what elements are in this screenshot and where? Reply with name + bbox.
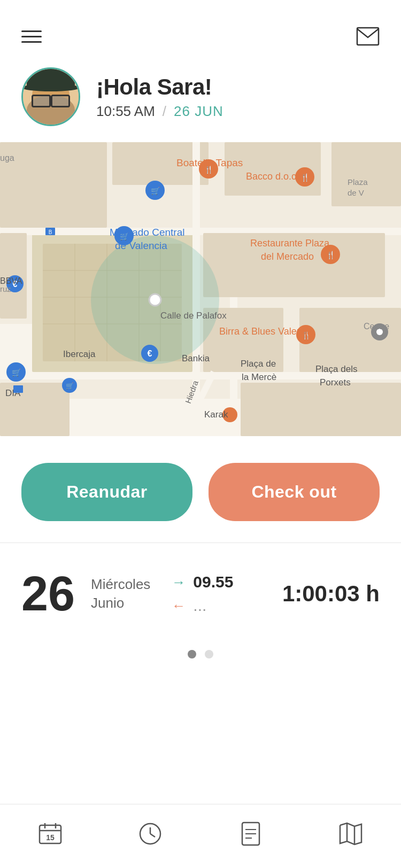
datetime: 10:55 AM / 26 JUN	[96, 103, 223, 120]
time-in-row: → 09.55	[172, 573, 233, 591]
current-time: 10:55 AM	[96, 103, 155, 120]
separator: /	[163, 103, 166, 120]
svg-text:B: B	[49, 229, 52, 235]
svg-line-85	[150, 834, 155, 837]
map-icon	[338, 821, 364, 847]
schedule-section: 26 Miércoles Junio → 09.55 ← ... 1:00:03…	[0, 543, 401, 634]
nav-calendar[interactable]: 15	[27, 816, 74, 852]
svg-point-28	[149, 294, 161, 306]
calendar-icon: 15	[37, 821, 63, 847]
svg-text:€: €	[148, 349, 152, 358]
svg-rect-5	[331, 142, 401, 206]
svg-rect-23	[299, 308, 401, 372]
svg-text:de Valencia: de Valencia	[115, 240, 167, 251]
svg-rect-2	[0, 142, 107, 228]
svg-text:del Mercado: del Mercado	[261, 251, 314, 262]
svg-text:🛒: 🛒	[66, 382, 74, 390]
greeting-text: ¡Hola Sara!	[96, 74, 223, 100]
svg-text:Mercado Central: Mercado Central	[110, 227, 184, 238]
month-name: Junio	[91, 595, 150, 611]
dot-1[interactable]	[188, 650, 196, 658]
time-in: 09.55	[193, 573, 233, 591]
svg-text:Bankia: Bankia	[182, 353, 210, 363]
svg-text:de V: de V	[348, 188, 364, 197]
svg-text:Plaça de: Plaça de	[241, 359, 276, 369]
document-icon	[238, 821, 264, 847]
svg-text:15: 15	[46, 833, 55, 842]
bottom-nav: 15	[0, 804, 401, 868]
day-name: Miércoles	[91, 576, 150, 593]
svg-rect-77	[13, 385, 23, 393]
svg-text:Centre: Centre	[364, 322, 389, 331]
header	[0, 0, 401, 57]
svg-text:Boatella Tapas: Boatella Tapas	[176, 157, 243, 168]
svg-text:Birra & Blues Valencia: Birra & Blues Valencia	[219, 326, 315, 337]
current-date: 26 JUN	[174, 103, 223, 120]
avatar	[21, 67, 80, 126]
svg-text:🍴: 🍴	[326, 251, 336, 260]
dot-2[interactable]	[205, 650, 213, 658]
nav-document[interactable]	[227, 816, 274, 852]
day-number: 26	[21, 570, 75, 618]
svg-text:Bacco d.o.c: Bacco d.o.c	[246, 171, 296, 182]
svg-text:Porxets: Porxets	[320, 377, 351, 387]
svg-text:ruz: ruz	[0, 284, 11, 293]
svg-text:🍴: 🍴	[300, 173, 310, 182]
profile-info: ¡Hola Sara! 10:55 AM / 26 JUN	[96, 74, 223, 120]
svg-text:la Mercè: la Mercè	[242, 372, 276, 382]
checkout-button[interactable]: Check out	[209, 463, 380, 521]
nav-map[interactable]	[327, 816, 374, 852]
svg-text:Ibercaja: Ibercaja	[63, 349, 96, 359]
nav-clock[interactable]	[127, 816, 174, 852]
svg-text:Karak: Karak	[204, 409, 228, 420]
hamburger-menu[interactable]	[21, 30, 42, 43]
day-name-wrapper: Miércoles Junio	[91, 576, 150, 611]
clock-icon	[137, 821, 163, 847]
svg-text:Plaça dels: Plaça dels	[315, 364, 357, 374]
svg-text:🛒: 🛒	[12, 368, 21, 377]
time-out: ...	[193, 596, 206, 615]
arrow-out-icon: ←	[172, 598, 186, 614]
svg-text:Calle de Palafox: Calle de Palafox	[160, 311, 227, 321]
svg-text:Plaza: Plaza	[348, 177, 368, 187]
pagination-dots	[0, 634, 401, 680]
arrow-in-icon: →	[172, 574, 186, 591]
mail-icon[interactable]	[356, 27, 380, 46]
svg-text:🛒: 🛒	[151, 187, 160, 196]
svg-text:uga: uga	[0, 153, 14, 162]
svg-rect-0	[357, 28, 379, 45]
time-out-row: ← ...	[172, 596, 233, 615]
svg-rect-24	[241, 383, 401, 436]
times-wrapper: → 09.55 ← ...	[172, 573, 233, 615]
duration: 1:00:03 h	[282, 581, 380, 607]
action-buttons: Reanudar Check out	[0, 436, 401, 542]
profile-section: ¡Hola Sara! 10:55 AM / 26 JUN	[0, 57, 401, 142]
svg-text:Restaurante Plaza: Restaurante Plaza	[250, 238, 330, 249]
map-section: 🍴 🍴 🍴 🍴 🛒 🛒	[0, 142, 401, 436]
schedule-row: 26 Miércoles Junio → 09.55 ← ... 1:00:03…	[21, 570, 380, 618]
reanudar-button[interactable]: Reanudar	[21, 463, 192, 521]
